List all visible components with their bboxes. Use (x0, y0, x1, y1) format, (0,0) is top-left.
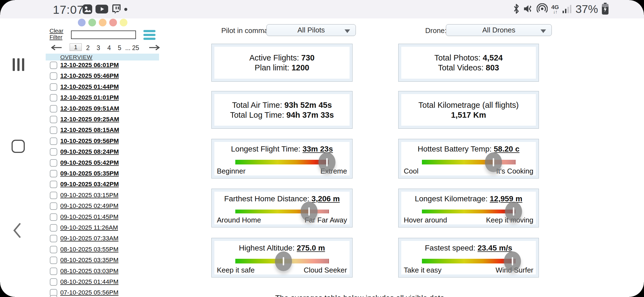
flight-date-link[interactable]: 09-10-2025 03:15PM (60, 192, 118, 199)
pagination: 1 2 3 4 5 ... 25 (51, 43, 159, 52)
drone-label: Drone: (425, 26, 447, 35)
clock: 17:07 (53, 3, 84, 16)
flight-checkbox[interactable] (50, 159, 57, 167)
overview-link[interactable]: OVERVIEW (60, 54, 92, 61)
fastest-speed-gauge: Fastest speed: 23.45 m/sTake it easyWind… (398, 238, 539, 277)
flight-date-link[interactable]: 08-10-2025 03:35PM (60, 257, 118, 264)
gauge-knob (485, 152, 502, 172)
clear-filter-link[interactable]: Clear Filter (50, 28, 69, 40)
flight-checkbox[interactable] (50, 202, 57, 210)
flight-checkbox[interactable] (50, 295, 57, 297)
flight-date-link[interactable]: 09-10-2025 05:42PM (60, 159, 119, 166)
pilot-select[interactable]: All Pilots (266, 24, 356, 36)
page-25[interactable]: 25 (132, 44, 139, 52)
color-dot-red (109, 19, 117, 26)
flight-date-link[interactable]: 09-10-2025 08:24PM (60, 148, 119, 155)
flight-checkbox[interactable] (50, 72, 57, 80)
flight-checkbox[interactable] (50, 138, 57, 145)
page-5[interactable]: 5 (118, 44, 121, 52)
flight-checkbox[interactable] (50, 235, 57, 242)
flight-date-link[interactable]: 09-10-2025 02:49PM (60, 202, 118, 210)
flight-date-link[interactable]: 12-10-2025 09:25AM (60, 116, 119, 123)
battery-percent: 37% (575, 3, 598, 16)
flight-checkbox[interactable] (50, 83, 57, 91)
screen-corner (0, 282, 15, 297)
flight-date-link[interactable]: 12-10-2025 08:15AM (60, 127, 119, 134)
bluetooth-icon (513, 4, 520, 15)
recents-button[interactable] (13, 58, 24, 71)
flight-checkbox[interactable] (50, 105, 57, 112)
flight-row: 08-10-2025 01:44PM (50, 278, 160, 289)
flight-row: 07-10-2025 05:56PM (50, 289, 160, 297)
flight-date-link[interactable]: 08-10-2025 03:55PM (60, 246, 118, 253)
gauge-bar (235, 259, 329, 263)
flight-date-link[interactable]: 09-10-2025 11:26AM (60, 224, 118, 231)
prev-page-arrow[interactable] (51, 45, 62, 52)
next-page-arrow[interactable] (149, 45, 160, 52)
flight-date-link[interactable]: 09-10-2025 05:35PM (60, 170, 119, 177)
flight-checkbox[interactable] (50, 246, 57, 253)
gauge-bar (235, 210, 329, 213)
flight-date-link[interactable]: 12-10-2025 01:44PM (60, 83, 119, 90)
flight-date-link[interactable]: 08-10-2025 01:44PM (60, 278, 118, 285)
flight-checkbox[interactable] (50, 148, 57, 156)
pilot-select-value: All Pilots (267, 24, 356, 36)
notification-icons (82, 4, 127, 15)
flight-checkbox[interactable] (50, 192, 57, 199)
gauge-gradient (235, 160, 329, 164)
gauge-min-label: Take it easy (404, 266, 441, 274)
flight-date-link[interactable]: 07-10-2025 05:56PM (60, 289, 118, 296)
page-2[interactable]: 2 (86, 44, 90, 52)
status-bar: 17:07 (0, 0, 644, 18)
gauge-knob (318, 152, 335, 172)
drone-select[interactable]: All Drones (446, 24, 552, 36)
flight-checkbox[interactable] (50, 224, 57, 232)
flight-checkbox[interactable] (50, 278, 57, 286)
gauge-title: Hottest Battery Temp: 58.20 c (418, 145, 520, 153)
home-button[interactable] (12, 140, 25, 153)
menu-icon[interactable] (143, 30, 155, 42)
gauge-min-label: Hover around (404, 216, 447, 224)
page-1-current[interactable]: 1 (70, 43, 82, 51)
flight-date-link[interactable]: 12-10-2025 06:01PM (60, 62, 119, 69)
flight-row: 09-10-2025 05:42PM (50, 159, 160, 170)
flight-checkbox[interactable] (50, 170, 57, 177)
flight-row: 09-10-2025 05:35PM (50, 170, 160, 181)
battery-charging-icon (602, 3, 609, 16)
flight-row: 12-10-2025 05:46PM (50, 72, 160, 83)
color-dot-orange (99, 19, 107, 26)
filter-input[interactable] (71, 31, 136, 39)
flight-checkbox[interactable] (50, 62, 57, 69)
longest-kilometrage-gauge: Longest Kilometrage: 12,959 mHover aroun… (398, 189, 539, 227)
page-4[interactable]: 4 (107, 44, 111, 52)
flight-date-link[interactable]: 09-10-2025 01:45PM (60, 213, 118, 221)
network-4g-icon: 4G ↓↑ (551, 4, 559, 14)
flight-date-link[interactable]: 09-10-2025 07:33AM (60, 235, 118, 242)
flight-date-link[interactable]: 12-10-2025 05:46PM (60, 72, 119, 79)
gauge-max-label: It's Cooking (496, 167, 533, 175)
active-flights-card: Active Flights: 730 Plan limit: 1200 (211, 44, 353, 82)
back-button[interactable] (12, 222, 21, 240)
flight-row: 09-10-2025 11:26AM (50, 224, 160, 235)
flight-date-link[interactable]: 08-10-2025 03:03PM (60, 268, 118, 275)
overview-row: OVERVIEW (46, 54, 159, 61)
flight-checkbox[interactable] (50, 116, 57, 123)
flight-checkbox[interactable] (50, 94, 57, 101)
gauge-knob (504, 251, 521, 271)
recording-dot-icon (124, 7, 127, 12)
flight-checkbox[interactable] (50, 213, 57, 221)
signal-strength-icon (563, 4, 572, 15)
flight-date-link[interactable]: 12-10-2025 01:01PM (60, 94, 119, 101)
flight-checkbox[interactable] (50, 268, 57, 275)
flight-date-link[interactable]: 10-10-2025 09:56PM (60, 138, 119, 145)
flight-checkbox[interactable] (50, 257, 57, 264)
flight-date-link[interactable]: 12-10-2025 09:51AM (60, 105, 119, 112)
flight-date-link[interactable]: 09-10-2025 03:42PM (60, 181, 119, 188)
flight-checkbox[interactable] (50, 181, 57, 188)
flight-row: 12-10-2025 09:25AM (50, 116, 160, 127)
screen-corner (629, 282, 644, 297)
color-dot-blue (78, 19, 86, 26)
gauge-bar (235, 160, 329, 164)
flight-checkbox[interactable] (50, 127, 57, 134)
page-3[interactable]: 3 (97, 44, 100, 52)
